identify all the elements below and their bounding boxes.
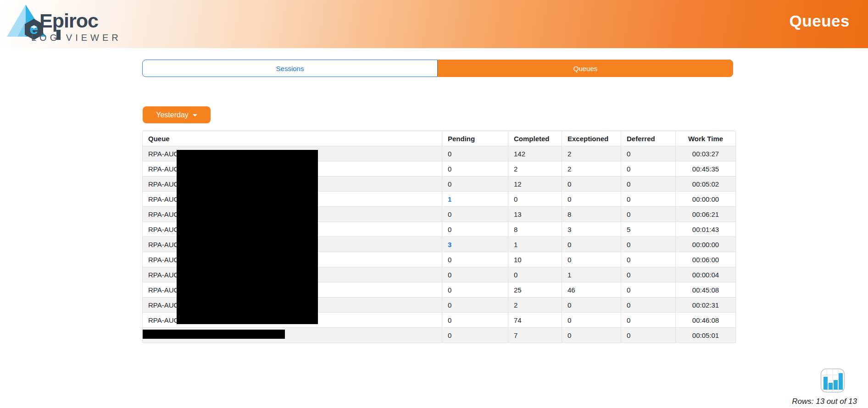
exceptioned-cell: 1 <box>562 267 621 282</box>
pending-cell: 1 <box>442 192 508 207</box>
tab-sessions[interactable]: Sessions <box>142 60 438 77</box>
completed-cell: 1 <box>508 237 562 252</box>
column-header-pending: Pending <box>442 131 508 146</box>
tab-queues[interactable]: Queues <box>438 60 733 77</box>
redaction-box <box>177 150 318 324</box>
completed-cell: 2 <box>508 298 562 313</box>
pending-cell-value: 0 <box>448 316 451 324</box>
app-window: e Epiroc LOG VIEWER Queues Sessions Queu… <box>0 0 868 408</box>
exceptioned-cell-value: 2 <box>568 165 571 173</box>
exceptioned-cell-value: 46 <box>568 286 575 294</box>
completed-cell: 0 <box>508 267 562 282</box>
work-time-cell: 00:05:01 <box>676 328 736 343</box>
work-time-cell-value: 00:45:08 <box>692 286 719 294</box>
pending-cell: 0 <box>442 222 508 237</box>
deferred-cell: 0 <box>621 207 676 222</box>
work-time-cell: 00:45:08 <box>676 282 736 298</box>
redaction-box <box>143 330 285 339</box>
work-time-cell-value: 00:00:00 <box>692 241 719 248</box>
column-header-queue: Queue <box>143 131 442 146</box>
completed-cell: 10 <box>508 252 562 267</box>
exceptioned-cell: 2 <box>562 146 621 161</box>
exceptioned-cell-value: 1 <box>568 271 571 279</box>
exceptioned-cell: 0 <box>562 237 621 252</box>
completed-cell: 142 <box>508 146 562 161</box>
column-header-work-time: Work Time <box>676 131 736 146</box>
exceptioned-cell-value: 3 <box>568 226 571 233</box>
completed-cell-value: 8 <box>514 226 517 233</box>
page-title: Queues <box>790 12 850 30</box>
queue-name-cell-value: RPA-AUC- <box>148 241 181 248</box>
exceptioned-cell: 0 <box>562 328 621 343</box>
exceptioned-cell: 2 <box>562 161 621 176</box>
pending-cell-value: 0 <box>448 286 451 294</box>
deferred-cell-value: 0 <box>627 210 630 218</box>
exceptioned-cell: 8 <box>562 207 621 222</box>
completed-cell: 7 <box>508 328 562 343</box>
exceptioned-cell: 0 <box>562 313 621 328</box>
work-time-cell-value: 00:06:21 <box>692 210 719 218</box>
deferred-cell: 0 <box>621 298 676 313</box>
pending-cell-value: 0 <box>448 226 451 233</box>
pending-count-link[interactable]: 1 <box>448 195 451 203</box>
deferred-cell: 0 <box>621 252 676 267</box>
work-time-cell: 00:00:00 <box>676 237 736 252</box>
exceptioned-cell-value: 0 <box>568 331 571 339</box>
work-time-cell-value: 00:00:00 <box>692 195 719 203</box>
completed-cell-value: 2 <box>514 165 517 173</box>
work-time-cell-value: 00:05:01 <box>692 331 719 339</box>
deferred-cell: 0 <box>621 176 676 192</box>
pending-cell: 0 <box>442 267 508 282</box>
deferred-cell-value: 0 <box>627 150 630 158</box>
completed-cell: 12 <box>508 176 562 192</box>
work-time-cell-value: 00:05:02 <box>692 180 719 188</box>
queue-name-cell-value: RPA-AUC- <box>148 150 181 158</box>
date-filter-dropdown[interactable]: Yesterday <box>143 106 211 123</box>
work-time-cell: 00:00:04 <box>676 267 736 282</box>
work-time-cell: 00:03:27 <box>676 146 736 161</box>
work-time-cell-value: 00:06:00 <box>692 256 719 264</box>
completed-cell-value: 12 <box>514 180 522 188</box>
pending-cell-value: 0 <box>448 271 451 279</box>
queue-name-cell-value: RPA-AUC- <box>148 271 181 279</box>
pending-cell: 0 <box>442 328 508 343</box>
exceptioned-cell-value: 0 <box>568 256 571 264</box>
app-header: e Epiroc LOG VIEWER Queues <box>0 0 868 48</box>
work-time-cell: 00:02:31 <box>676 298 736 313</box>
deferred-cell: 0 <box>621 192 676 207</box>
exceptioned-cell: 0 <box>562 298 621 313</box>
work-time-cell: 00:00:00 <box>676 192 736 207</box>
work-time-cell: 00:06:21 <box>676 207 736 222</box>
deferred-cell-value: 0 <box>627 316 630 324</box>
work-time-cell: 00:06:00 <box>676 252 736 267</box>
brand-subtitle: LOG VIEWER <box>31 33 122 43</box>
deferred-cell: 0 <box>621 282 676 298</box>
deferred-cell: 0 <box>621 328 676 343</box>
pending-cell: 0 <box>442 313 508 328</box>
pending-cell: 0 <box>442 146 508 161</box>
queue-name-cell-value: RPA-AUC- <box>148 180 181 188</box>
work-time-cell: 00:01:43 <box>676 222 736 237</box>
bar-chart-icon[interactable] <box>820 368 845 394</box>
completed-cell-value: 74 <box>514 316 522 324</box>
completed-cell-value: 0 <box>514 195 517 203</box>
brand-p-descender <box>56 30 61 40</box>
pending-count-link[interactable]: 3 <box>448 241 451 248</box>
completed-cell: 0 <box>508 192 562 207</box>
completed-cell-value: 142 <box>514 150 525 158</box>
exceptioned-cell-value: 2 <box>568 150 571 158</box>
epiroc-logo: e Epiroc LOG VIEWER <box>5 2 124 47</box>
pending-cell: 0 <box>442 298 508 313</box>
work-time-cell-value: 00:03:27 <box>692 150 719 158</box>
pending-cell: 0 <box>442 161 508 176</box>
work-time-cell-value: 00:02:31 <box>692 301 719 309</box>
deferred-cell: 0 <box>621 146 676 161</box>
pending-cell-value: 0 <box>448 180 451 188</box>
completed-cell-value: 2 <box>514 301 517 309</box>
exceptioned-cell: 0 <box>562 192 621 207</box>
completed-cell-value: 7 <box>514 331 517 339</box>
deferred-cell-value: 5 <box>627 226 630 233</box>
deferred-cell: 0 <box>621 267 676 282</box>
queue-name-cell-value: RPA-AUC- <box>148 316 181 324</box>
work-time-cell: 00:46:08 <box>676 313 736 328</box>
